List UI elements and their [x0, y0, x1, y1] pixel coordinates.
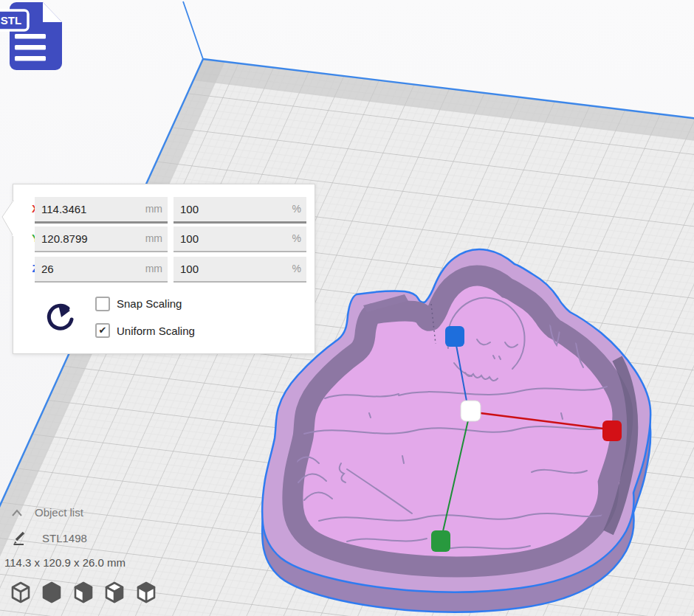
view-left-icon[interactable] — [103, 581, 126, 604]
scale-y-percent-field[interactable]: % — [174, 226, 306, 252]
percent-unit-label: % — [292, 203, 301, 215]
percent-unit-label: % — [292, 263, 301, 274]
camera-view-toolbar — [10, 581, 163, 606]
object-list-title: Object list — [35, 506, 83, 519]
view-3d-icon[interactable] — [10, 581, 32, 604]
object-list-item[interactable]: STL1498 — [12, 530, 145, 547]
cura-viewport: STL X mm % Y mm % — [0, 0, 694, 616]
scale-y-percent-input[interactable] — [174, 226, 306, 251]
scale-row-z: Z mm % — [13, 257, 315, 281]
snap-scaling-checkbox[interactable] — [95, 297, 110, 311]
build-volume-corner-edge — [183, 1, 203, 59]
stl-badge-label: STL — [1, 14, 21, 27]
scale-z-percent-input[interactable] — [174, 257, 306, 281]
scale-z-percent-field[interactable]: % — [174, 257, 306, 283]
view-front-icon[interactable] — [41, 581, 63, 604]
scale-tool-panel: X mm % Y mm % Z mm — [13, 184, 315, 354]
view-right-icon[interactable] — [135, 581, 157, 604]
scale-x-percent-input[interactable] — [174, 197, 306, 221]
per-object-settings-icon — [12, 530, 30, 546]
percent-unit-label: % — [292, 232, 301, 244]
panel-pointer — [1, 190, 14, 242]
stl-file-fold — [43, 2, 62, 22]
object-dimensions: 114.3 x 120.9 x 26.0 mm — [4, 556, 126, 569]
scale-z-mm-field[interactable]: mm — [35, 257, 168, 283]
scale-x-mm-field[interactable]: mm — [35, 197, 168, 224]
mm-unit-label: mm — [145, 263, 162, 274]
gizmo-x-handle[interactable] — [602, 421, 622, 441]
gizmo-center-handle[interactable] — [461, 401, 481, 421]
uniform-scaling-checkbox[interactable]: ✔ — [95, 323, 110, 338]
mm-unit-label: mm — [145, 232, 162, 244]
gizmo-z-handle[interactable] — [445, 326, 464, 347]
object-list-header[interactable]: Object list — [10, 506, 128, 521]
snap-scaling-label: Snap Scaling — [117, 297, 182, 310]
gizmo-y-handle[interactable] — [431, 530, 450, 552]
scale-row-y: Y mm % — [13, 226, 315, 251]
scale-y-mm-field[interactable]: mm — [35, 226, 168, 252]
scale-row-x: X mm % — [13, 197, 315, 221]
stl-file-icon: STL — [0, 0, 74, 75]
object-name: STL1498 — [42, 532, 87, 544]
uniform-scaling-checkmark: ✔ — [99, 325, 107, 336]
mm-unit-label: mm — [145, 203, 162, 215]
reset-scale-button[interactable] — [44, 300, 78, 333]
chevron-up-icon — [10, 508, 24, 519]
scale-x-percent-field[interactable]: % — [174, 197, 306, 224]
uniform-scaling-label: Uniform Scaling — [117, 325, 195, 337]
view-top-icon[interactable] — [72, 581, 95, 604]
